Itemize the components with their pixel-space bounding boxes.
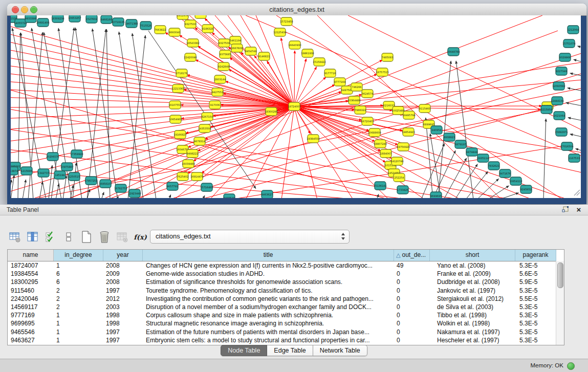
graph-edge — [246, 15, 581, 159]
close-traffic-light[interactable] — [12, 6, 19, 13]
table-cell: Stergiakouli et al. (2012) — [430, 295, 515, 303]
graph-edge — [210, 106, 294, 198]
table-row[interactable]: 946362711997Embryonic stem cells: a mode… — [8, 336, 556, 344]
graph-node-label: 17359928 — [70, 152, 83, 156]
graph-node-label: 16039489 — [182, 162, 194, 165]
graph-node-label: 7485083 — [382, 56, 393, 59]
graph-edge — [294, 59, 306, 106]
resize-grip[interactable] — [574, 190, 580, 195]
table-cell: 0 — [394, 287, 430, 295]
float-window-icon[interactable] — [560, 205, 571, 214]
graph-node[interactable] — [195, 15, 206, 18]
column-header-year[interactable]: year — [103, 250, 143, 261]
graph-node-label: 15751074 — [562, 42, 575, 45]
table-panel-title: Table Panel — [0, 205, 588, 215]
graph-node-label: 7663822 — [155, 28, 166, 31]
graph-edge — [566, 103, 581, 107]
show-columns-button[interactable] — [26, 230, 39, 244]
graph-node-label: 16640930 — [288, 43, 301, 47]
table-cell: 2003 — [103, 303, 143, 311]
graph-node-label: 7625402 — [177, 175, 188, 178]
graph-node-label: 9146821 — [258, 55, 270, 58]
graph-node-label: 2667608 — [231, 47, 243, 50]
table-cell: Yano et al. (2008) — [430, 261, 515, 270]
table-header-row: namein_degreeyeartitle△out_de...shortpag… — [8, 250, 564, 261]
table-cell: Investigating the contribution of common… — [143, 295, 394, 303]
table-type-tabs: Node Table Edge Table Network Table — [0, 345, 588, 356]
table-cell: 0 — [394, 303, 430, 311]
vertical-scrollbar[interactable] — [556, 261, 564, 345]
table-cell: 9115460 — [8, 287, 54, 295]
table-row[interactable]: 969969511998Structural magnetic resonanc… — [8, 319, 556, 327]
table-cell: 5.3E-5 — [515, 336, 556, 344]
graph-edge — [138, 106, 294, 198]
graph-node-label: 19854923 — [402, 130, 415, 134]
table-cell: 2 — [54, 287, 103, 295]
delete-column-button[interactable] — [98, 230, 111, 244]
graph-node-label: 17016504 — [560, 145, 573, 148]
network-canvas[interactable]: 2931326140557249933386206914061830923410… — [11, 15, 581, 198]
graph-node-label: 16782753 — [114, 187, 127, 190]
table-cell: Embryonic stem cells: a model to study s… — [143, 336, 394, 344]
tab-edge-table[interactable]: Edge Table — [267, 345, 313, 356]
create-column-button[interactable] — [80, 230, 93, 244]
table-cell: 5.5E-5 — [515, 295, 556, 303]
table-selector-dropdown[interactable]: citations_edges.txt — [150, 230, 350, 244]
graph-node-label: 9678314 — [194, 140, 205, 143]
network-window-titlebar[interactable]: citations_edges.txt — [7, 4, 586, 16]
graph-node-label: 9498222 — [187, 152, 198, 155]
table-cell: Genome-wide association studies in ADHD. — [143, 270, 394, 278]
table-cell: 1 — [54, 319, 103, 327]
graph-node-label: 15158422 — [313, 60, 325, 63]
table-row[interactable]: 1830029562008Estimation of significance … — [8, 278, 556, 286]
graph-node-label: 1342737 — [38, 171, 49, 174]
delete-table-button[interactable] — [116, 230, 129, 244]
graph-node-label: 2718176 — [176, 72, 187, 75]
table-cell: 6 — [54, 278, 103, 286]
graph-node-label: 19756928 — [397, 145, 409, 148]
graph-node-label: 1215686 — [21, 169, 32, 172]
deselect-all-button[interactable] — [62, 230, 75, 244]
table-cell: 1 — [54, 336, 103, 344]
graph-node-label: 8912954 — [177, 15, 188, 17]
graph-node-label: 1733426 — [397, 188, 408, 191]
function-builder-button[interactable]: f(x) — [134, 230, 147, 244]
column-header-title[interactable]: title — [143, 250, 394, 261]
graph-edge — [56, 184, 59, 198]
graph-edge — [132, 33, 156, 198]
scrollbar-thumb[interactable] — [557, 262, 563, 288]
minimize-traffic-light[interactable] — [21, 6, 28, 13]
column-header-short[interactable]: short — [430, 250, 515, 261]
tab-network-table[interactable]: Network Table — [313, 345, 367, 356]
tab-node-table[interactable]: Node Table — [221, 345, 267, 356]
column-header-in-degree[interactable]: in_degree — [54, 250, 103, 261]
table-cell: 6 — [54, 270, 103, 278]
memory-ok-indicator[interactable] — [567, 362, 575, 370]
graph-node-label: 14671388 — [125, 22, 138, 25]
table-row[interactable]: 946554611997Estimation of the future num… — [8, 328, 556, 336]
close-icon[interactable]: × — [574, 205, 584, 214]
table-cell: 1997 — [103, 336, 143, 344]
column-header-pagerank[interactable]: pagerank — [515, 250, 556, 261]
table-row[interactable]: 977716911998Corpus callosum shape and si… — [8, 311, 556, 319]
table-row[interactable]: 911546021997Tourette syndrome. Phenomeno… — [8, 287, 556, 295]
table-row[interactable]: 2242004622012Investigating the contribut… — [8, 295, 556, 303]
status-bar: Memory: OK — [0, 359, 588, 372]
zoom-traffic-light[interactable] — [30, 6, 37, 13]
graph-node-label: 9465546 — [224, 196, 235, 199]
graph-edge — [568, 118, 581, 122]
select-all-button[interactable] — [44, 230, 57, 244]
graph-node-label: 12213363 — [171, 87, 184, 90]
table-row[interactable]: 1872400712008Changes of HCN gene express… — [8, 261, 556, 270]
graph-node-label: 12444134 — [551, 99, 563, 102]
table-row[interactable]: 1456911722003Disruption of a novel membe… — [8, 303, 556, 311]
graph-node-label: 7515526 — [140, 24, 151, 27]
table-cell: Corpus callosum shape and size in male p… — [143, 311, 394, 319]
column-header-out-de[interactable]: △out_de... — [394, 250, 430, 261]
graph-node-label: 22420046 — [184, 56, 197, 59]
table-mode-button[interactable] — [8, 230, 21, 244]
table-cell: Jankovic et al. (1997) — [430, 287, 515, 295]
column-header-name[interactable]: name — [8, 250, 54, 261]
graph-node-label: 15136141 — [374, 184, 386, 187]
table-row[interactable]: 1938455462009Genome-wide association stu… — [8, 270, 556, 278]
